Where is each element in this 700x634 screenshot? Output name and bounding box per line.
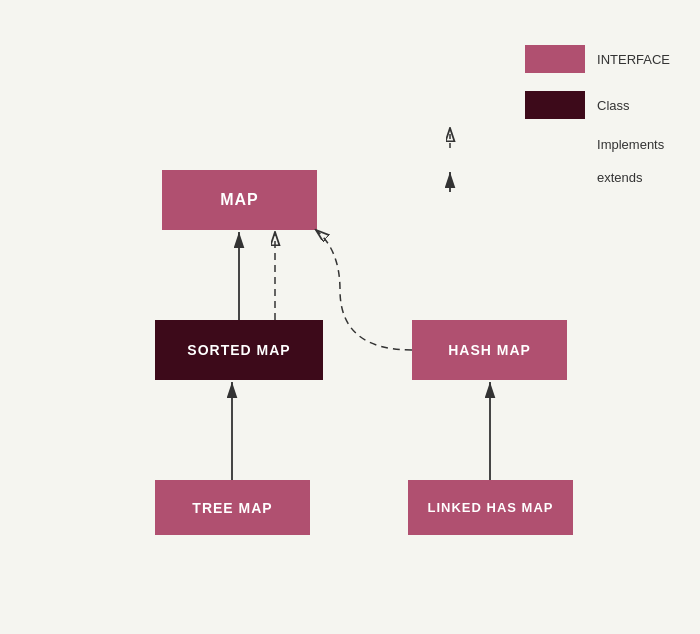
class-label: Class <box>597 98 630 113</box>
legend: INTERFACE Class Implements extends <box>525 45 670 203</box>
interface-swatch <box>525 45 585 73</box>
legend-class: Class <box>525 91 670 119</box>
hash-map-node: HASH MAP <box>412 320 567 380</box>
linked-has-map-node: LINKED HAS MAP <box>408 480 573 535</box>
map-node: MAP <box>162 170 317 230</box>
class-swatch <box>525 91 585 119</box>
diagram-container: INTERFACE Class Implements extends MAP S… <box>0 0 700 634</box>
legend-interface: INTERFACE <box>525 45 670 73</box>
implements-label: Implements <box>597 137 664 152</box>
legend-implements: Implements <box>525 137 670 152</box>
sorted-map-node: SORTED MAP <box>155 320 323 380</box>
legend-extends: extends <box>525 170 670 185</box>
interface-label: INTERFACE <box>597 52 670 67</box>
tree-map-node: TREE MAP <box>155 480 310 535</box>
extends-label: extends <box>597 170 643 185</box>
